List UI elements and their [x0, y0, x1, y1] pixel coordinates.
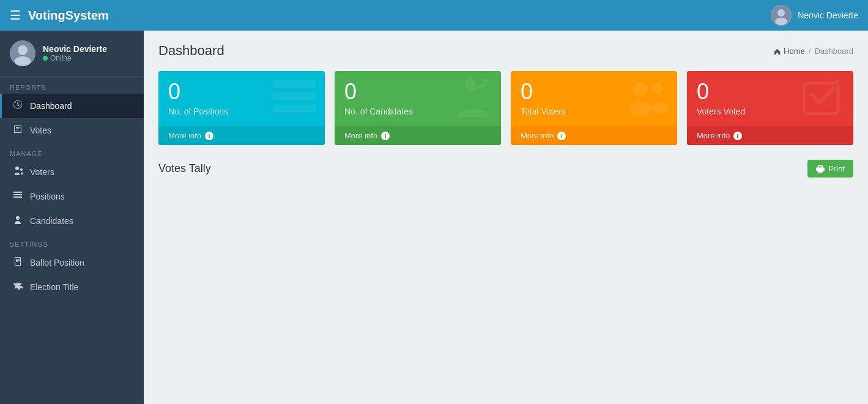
stat-candidates-value: 0 — [344, 81, 413, 103]
navbar-right: Neovic Devierte — [771, 5, 858, 26]
breadcrumb-home: Home — [773, 47, 805, 56]
sidebar: Neovic Devierte Online Reports Dashboard… — [0, 31, 144, 404]
stat-candidates-more-info[interactable]: More info — [335, 126, 501, 145]
sidebar-item-dashboard-label: Dashboard — [30, 101, 72, 111]
sidebar-username: Neovic Devierte — [43, 44, 107, 54]
svg-point-14 — [629, 102, 651, 116]
main-content: Dashboard Home / Dashboard 0 No. of Posi… — [144, 31, 868, 404]
navbar-avatar — [771, 5, 792, 26]
svg-point-1 — [777, 9, 785, 17]
stat-card-candidates: 0 No. of Candidates More i — [335, 71, 501, 145]
svg-rect-7 — [273, 92, 316, 100]
sidebar-item-election-label: Election Title — [30, 282, 78, 292]
sidebar-item-dashboard[interactable]: Dashboard — [0, 94, 144, 118]
stat-voters-voted-text: 0 Voters Voted — [697, 81, 745, 116]
navbar-left: ☰ VotingSystem — [10, 8, 109, 23]
sidebar-item-ballot-label: Ballot Position — [30, 258, 84, 267]
sidebar-item-ballot-position[interactable]: Ballot Position — [0, 250, 144, 275]
sidebar-item-positions-label: Positions — [30, 192, 65, 201]
svg-point-15 — [652, 83, 663, 94]
gauge-icon — [12, 100, 24, 112]
positions-icon — [12, 190, 24, 203]
svg-line-10 — [477, 84, 486, 88]
sidebar-status: Online — [43, 54, 107, 62]
stat-voters-voted-more-info[interactable]: More info — [687, 126, 853, 145]
stat-card-candidates-body: 0 No. of Candidates — [335, 71, 501, 126]
status-dot — [43, 56, 48, 61]
candidates-icon — [12, 215, 24, 227]
stat-positions-label: No. of Positions — [168, 107, 228, 116]
sidebar-item-candidates[interactable]: Candidates — [0, 209, 144, 233]
stat-candidates-text: 0 No. of Candidates — [344, 81, 413, 116]
sidebar-item-voters-label: Voters — [30, 167, 54, 177]
stat-positions-more-info[interactable]: More info — [158, 126, 325, 145]
svg-point-16 — [651, 102, 669, 114]
svg-rect-8 — [273, 105, 316, 112]
sidebar-user-section: Neovic Devierte Online — [0, 31, 144, 77]
sidebar-avatar — [10, 40, 35, 66]
svg-rect-6 — [273, 80, 316, 88]
stat-card-total-voters-body: 0 Total Voters — [511, 71, 677, 126]
votes-icon — [12, 124, 24, 137]
svg-rect-9 — [466, 78, 475, 92]
stat-card-total-voters: 0 Total Voters More info — [511, 71, 677, 145]
svg-point-2 — [775, 18, 787, 25]
ballot-icon — [12, 256, 24, 269]
stat-card-voters-voted: 0 Voters Voted More info — [687, 71, 853, 145]
stat-voters-voted-value: 0 — [697, 81, 745, 103]
svg-point-4 — [18, 45, 28, 55]
voters-voted-bg-icon — [798, 77, 847, 120]
positions-bg-icon — [270, 77, 319, 120]
stats-row: 0 No. of Positions More info — [158, 71, 853, 145]
breadcrumb-current: Dashboard — [814, 47, 853, 56]
stat-voters-voted-label: Voters Voted — [697, 107, 745, 116]
stat-total-voters-text: 0 Total Voters — [521, 81, 565, 116]
print-icon — [816, 165, 825, 173]
svg-point-13 — [633, 82, 648, 97]
total-voters-bg-icon — [622, 77, 671, 120]
stat-candidates-label: No. of Candidates — [344, 107, 413, 116]
sidebar-section-settings: Settings — [0, 233, 144, 250]
app-brand: VotingSystem — [28, 9, 109, 23]
page-header: Dashboard Home / Dashboard — [158, 43, 853, 59]
sidebar-item-voters[interactable]: Voters — [0, 160, 144, 184]
navbar-username: Neovic Devierte — [798, 10, 858, 20]
menu-toggle-button[interactable]: ☰ — [10, 8, 21, 23]
candidates-bg-icon — [452, 77, 495, 120]
votes-tally-title: Votes Tally — [158, 162, 211, 175]
sidebar-item-candidates-label: Candidates — [30, 216, 73, 226]
svg-point-5 — [15, 56, 31, 66]
breadcrumb: Home / Dashboard — [773, 47, 853, 56]
stat-positions-text: 0 No. of Positions — [168, 81, 228, 116]
sidebar-item-votes[interactable]: Votes — [0, 118, 144, 143]
votes-tally-section-header: Votes Tally Print — [158, 160, 853, 178]
sidebar-item-positions[interactable]: Positions — [0, 184, 144, 209]
sidebar-section-reports: Reports — [0, 77, 144, 94]
app-layout: Neovic Devierte Online Reports Dashboard… — [0, 31, 868, 404]
election-gear-icon — [12, 281, 24, 293]
stat-card-positions-body: 0 No. of Positions — [158, 71, 325, 126]
sidebar-section-manage: Manage — [0, 143, 144, 160]
stat-total-voters-label: Total Voters — [521, 107, 565, 116]
stat-total-voters-more-info[interactable]: More info — [511, 126, 677, 145]
stat-card-voters-voted-body: 0 Voters Voted — [687, 71, 853, 126]
sidebar-item-election-title[interactable]: Election Title — [0, 275, 144, 299]
stat-positions-value: 0 — [168, 81, 228, 103]
stat-total-voters-value: 0 — [521, 81, 565, 103]
breadcrumb-separator: / — [809, 47, 811, 56]
stat-card-positions: 0 No. of Positions More info — [158, 71, 325, 145]
navbar: ☰ VotingSystem Neovic Devierte — [0, 0, 868, 31]
voters-icon — [12, 166, 24, 178]
page-title: Dashboard — [158, 43, 224, 59]
print-button[interactable]: Print — [807, 160, 853, 178]
sidebar-item-votes-label: Votes — [30, 125, 51, 135]
svg-line-19 — [819, 88, 834, 103]
sidebar-user-info: Neovic Devierte Online — [43, 44, 107, 62]
